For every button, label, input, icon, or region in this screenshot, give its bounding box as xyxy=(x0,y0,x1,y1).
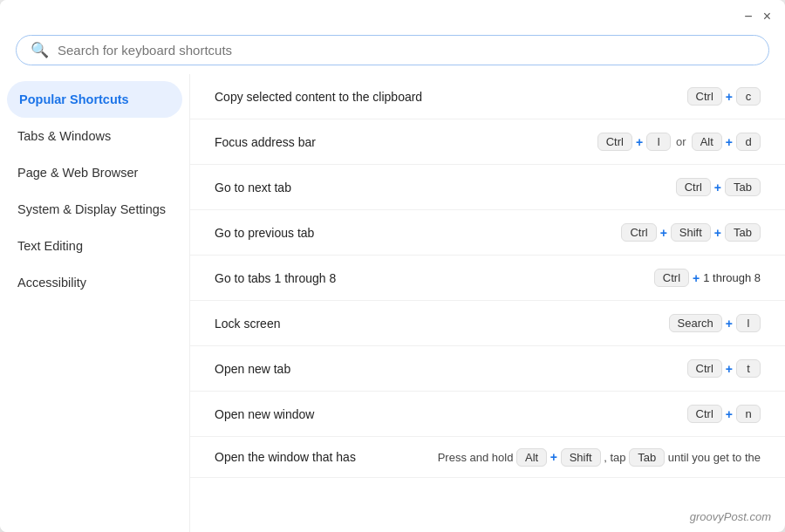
key-badge: Ctrl xyxy=(621,223,656,242)
shortcut-description: Focus address bar xyxy=(215,135,597,149)
key-badge: Ctrl xyxy=(687,405,722,423)
shortcut-description: Go to previous tab xyxy=(215,226,621,240)
shortcut-description: Go to next tab xyxy=(215,181,676,194)
shortcut-row: Go to previous tabCtrl+Shift+Tab xyxy=(190,210,785,256)
keys-partial: Press and hold Alt + Shift , tap Tab unt… xyxy=(438,450,761,464)
shortcut-row: Open new tabCtrl+t xyxy=(190,346,785,392)
key-badge: Tab xyxy=(725,223,761,242)
key-badge: Ctrl xyxy=(676,178,711,196)
shortcut-row: Copy selected content to the clipboardCt… xyxy=(190,74,785,119)
shortcut-keys: Ctrl+c xyxy=(687,87,761,106)
search-area: 🔍 xyxy=(0,28,785,74)
key-badge: l xyxy=(736,314,761,332)
shortcut-description: Go to tabs 1 through 8 xyxy=(215,271,654,285)
shortcut-description: Lock screen xyxy=(215,317,669,331)
key-plus: + xyxy=(693,271,700,285)
shortcut-keys: Search+l xyxy=(669,314,761,332)
key-plus: + xyxy=(636,135,643,149)
main-content: Popular ShortcutsTabs & WindowsPage & We… xyxy=(0,74,785,532)
shortcut-keys: Press and hold Alt + Shift , tap Tab unt… xyxy=(438,450,761,464)
shortcut-description: Open the window that has xyxy=(215,450,438,464)
key-plus: + xyxy=(726,317,733,331)
shortcuts-list: Copy selected content to the clipboardCt… xyxy=(190,74,785,532)
key-badge: Ctrl xyxy=(687,359,722,378)
search-bar: 🔍 xyxy=(16,35,769,65)
shortcut-keys: Ctrl+lorAlt+d xyxy=(597,133,761,151)
shortcut-keys: Ctrl+1 through 8 xyxy=(654,269,761,287)
shortcut-row: Go to tabs 1 through 8Ctrl+1 through 8 xyxy=(190,256,785,301)
key-or: or xyxy=(676,135,686,148)
shortcut-keys: Ctrl+Shift+Tab xyxy=(621,223,761,242)
shortcut-keys: Ctrl+n xyxy=(687,405,761,423)
shortcut-row: Open new windowCtrl+n xyxy=(190,392,785,437)
shortcut-description: Copy selected content to the clipboard xyxy=(215,90,687,104)
sidebar-item-page[interactable]: Page & Web Browser xyxy=(0,154,189,191)
sidebar-item-accessibility[interactable]: Accessibility xyxy=(0,264,189,301)
key-badge: Search xyxy=(669,314,722,332)
key-badge: Ctrl xyxy=(654,269,689,287)
sidebar-item-tabs[interactable]: Tabs & Windows xyxy=(0,118,189,154)
key-plus: + xyxy=(660,226,667,240)
key-badge: l xyxy=(646,133,671,151)
search-icon: 🔍 xyxy=(31,41,49,59)
minimize-button[interactable]: − xyxy=(739,7,757,26)
key-badge: d xyxy=(736,133,761,151)
key-badge: Shift xyxy=(671,223,711,242)
key-badge: n xyxy=(736,405,761,423)
key-plus: + xyxy=(714,226,721,240)
shortcut-row: Go to next tabCtrl+Tab xyxy=(190,165,785,210)
sidebar-item-popular[interactable]: Popular Shortcuts xyxy=(7,81,182,118)
key-badge: t xyxy=(736,359,761,378)
shortcut-keys: Ctrl+Tab xyxy=(676,178,761,196)
key-badge: c xyxy=(736,87,761,106)
key-badge: Ctrl xyxy=(687,87,722,106)
key-plus: + xyxy=(726,362,733,376)
key-badge: Alt xyxy=(692,133,722,151)
main-window: − × 🔍 Popular ShortcutsTabs & WindowsPag… xyxy=(0,0,785,532)
shortcut-description: Open new tab xyxy=(215,362,687,376)
shortcut-row: Focus address barCtrl+lorAlt+d xyxy=(190,119,785,165)
key-plus: + xyxy=(726,407,733,421)
key-plus: + xyxy=(726,90,733,104)
key-badge: Ctrl xyxy=(597,133,632,151)
shortcut-row: Open the window that hasPress and hold A… xyxy=(190,437,785,478)
shortcut-row: Lock screenSearch+l xyxy=(190,301,785,346)
close-button[interactable]: × xyxy=(758,7,776,26)
sidebar-item-system[interactable]: System & Display Settings xyxy=(0,191,189,228)
sidebar: Popular ShortcutsTabs & WindowsPage & We… xyxy=(0,74,190,532)
shortcut-keys: Ctrl+t xyxy=(687,359,761,378)
search-input[interactable] xyxy=(58,43,754,58)
key-plus: + xyxy=(726,135,733,149)
key-plus: + xyxy=(714,181,721,194)
key-text: 1 through 8 xyxy=(703,271,761,284)
sidebar-item-text[interactable]: Text Editing xyxy=(0,228,189,264)
title-bar: − × xyxy=(0,0,785,28)
shortcut-description: Open new window xyxy=(215,407,687,421)
key-badge: Tab xyxy=(725,178,761,196)
